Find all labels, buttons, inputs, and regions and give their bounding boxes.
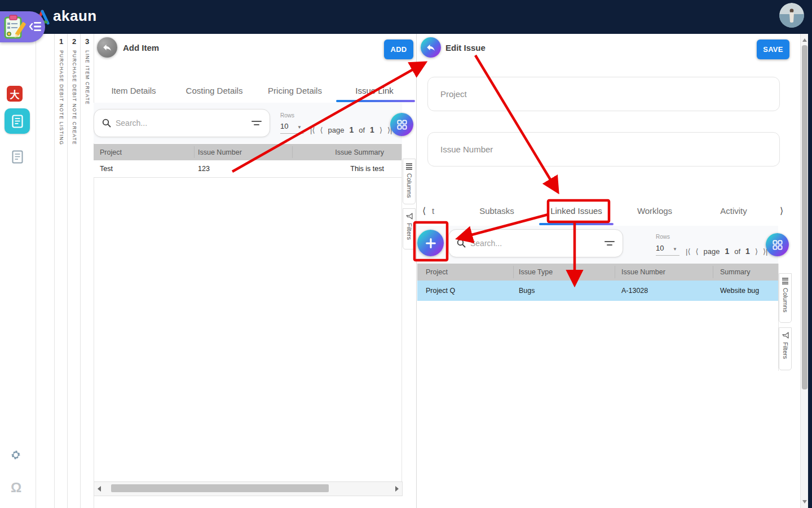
vertical-scrollbar[interactable]: [800, 34, 809, 508]
cell-project: Project Q: [426, 287, 455, 295]
col-issue-number: Issue Number: [198, 148, 242, 156]
active-tab-underline: [336, 100, 415, 102]
add-button[interactable]: ADD: [384, 40, 413, 59]
list-app-icon[interactable]: [11, 150, 24, 164]
project-field[interactable]: Project: [427, 77, 780, 111]
cell-summary: Website bug: [720, 287, 759, 295]
horizontal-scrollbar[interactable]: [94, 481, 403, 496]
linked-issues-search-input[interactable]: Search...: [448, 229, 623, 257]
tab-item-details[interactable]: Item Details: [111, 86, 156, 95]
scroll-left-icon[interactable]: [98, 486, 101, 492]
brand-name: akaun: [53, 7, 97, 25]
filters-label: Filters: [406, 223, 413, 240]
prev-page-button[interactable]: ⟨: [320, 126, 323, 134]
tab-worklogs[interactable]: Worklogs: [637, 206, 672, 216]
tabs-scroll-left-icon[interactable]: ⟨: [422, 205, 426, 216]
outline-list-icon: [11, 150, 24, 164]
workspace-tab-2[interactable]: 2 PURCHASE DEBIT NOTE CREATE: [67, 34, 81, 508]
invoice-app-icon[interactable]: [5, 108, 30, 134]
workspace-tab-label: PURCHASE DEBIT NOTE CREATE: [72, 50, 77, 145]
back-arrow-icon: [426, 42, 436, 52]
cell-project: Test: [100, 165, 113, 173]
scroll-up-icon[interactable]: [802, 38, 807, 42]
scroll-down-icon[interactable]: [802, 500, 807, 503]
issue-number-field[interactable]: Issue Number: [427, 132, 780, 167]
filters-side-tab[interactable]: Filters: [403, 208, 416, 249]
document-list-icon: [11, 115, 24, 128]
col-project: Project: [426, 268, 448, 276]
columns-side-tab[interactable]: Columns: [403, 159, 416, 204]
tab-costing-details[interactable]: Costing Details: [186, 86, 243, 95]
chevron-down-icon: ▼: [673, 247, 677, 252]
tab-partial[interactable]: t: [432, 206, 434, 216]
rows-value: 10: [280, 122, 288, 130]
back-button[interactable]: [97, 37, 117, 58]
filter-funnel-icon: [406, 213, 413, 220]
workspace-tab-1[interactable]: 1 PURCHASE DEBIT NOTE LISTING: [54, 34, 68, 508]
rows-per-page-select[interactable]: 10 ▼: [280, 121, 304, 134]
next-page-button[interactable]: ⟩: [755, 247, 758, 256]
issue-number-field-label: Issue Number: [440, 144, 493, 154]
tabs-scroll-right-icon[interactable]: ⟩: [780, 205, 783, 216]
module-launcher-pill[interactable]: [0, 11, 45, 42]
page-title: Add Item: [123, 43, 159, 52]
search-input[interactable]: Search...: [94, 109, 270, 137]
scroll-right-icon[interactable]: [395, 486, 399, 492]
da-app-icon[interactable]: 大: [7, 86, 23, 102]
plus-icon: [425, 237, 437, 249]
rows-label: Rows: [280, 112, 294, 119]
grid-view-button[interactable]: [390, 113, 413, 136]
collapse-menu-icon: [29, 21, 42, 32]
search-placeholder: Search...: [470, 239, 604, 248]
vertical-scrollbar-thumb[interactable]: [802, 45, 807, 389]
col-project: Project: [100, 148, 122, 156]
columns-label: Columns: [406, 173, 413, 198]
active-tab-underline-linked-issues: [539, 223, 614, 225]
tab-issue-link[interactable]: Issue Link: [355, 86, 394, 95]
pagination: |⟨ ⟨ page 1 of 1 ⟩ ⟩|: [310, 125, 392, 134]
da-glyph: 大: [10, 87, 20, 101]
first-page-button[interactable]: |⟨: [310, 126, 315, 134]
col-issue-summary: Issue Summary: [335, 148, 384, 156]
add-linked-issue-button[interactable]: [417, 230, 444, 256]
tab-activity[interactable]: Activity: [720, 206, 747, 216]
page-word: page: [328, 126, 345, 134]
workspace-tab-number: 2: [68, 37, 81, 46]
linked-issues-table-header: Project Issue Type Issue Number Summary: [417, 264, 778, 281]
rows-per-page-select[interactable]: 10 ▼: [656, 243, 679, 256]
save-button[interactable]: SAVE: [757, 40, 789, 59]
first-page-button[interactable]: |⟨: [686, 247, 690, 256]
user-profile-icon[interactable]: Ω: [11, 480, 21, 496]
search-placeholder: Search...: [116, 119, 251, 128]
grid-view-button[interactable]: [766, 233, 789, 256]
tab-pricing-details[interactable]: Pricing Details: [268, 86, 322, 95]
rows-label: Rows: [656, 234, 670, 240]
filter-funnel-icon: [782, 332, 789, 339]
page-word: page: [704, 247, 720, 256]
user-avatar[interactable]: [779, 3, 804, 28]
horizontal-scrollbar-thumb[interactable]: [111, 484, 329, 492]
filter-sort-icon[interactable]: [251, 121, 262, 125]
avatar-photo-icon: [779, 3, 804, 28]
linked-issue-row-selected[interactable]: Project Q Bugs A-13028 Website bug: [417, 281, 778, 301]
filter-sort-icon[interactable]: [604, 241, 615, 246]
prev-page-button[interactable]: ⟨: [695, 247, 698, 256]
page-number: 1: [725, 247, 729, 256]
page-number: 1: [349, 125, 354, 134]
tab-linked-issues[interactable]: Linked Issues: [550, 206, 602, 216]
workspace-tab-number: 1: [55, 37, 68, 46]
table-row[interactable]: Test 123 This is test: [94, 160, 401, 178]
panel-divider: [416, 34, 417, 508]
page-title-edit-issue: Edit Issue: [445, 43, 486, 52]
next-page-button[interactable]: ⟩: [379, 126, 382, 134]
back-button-edit-issue[interactable]: [421, 37, 441, 58]
tab-subtasks[interactable]: Subtasks: [479, 206, 514, 216]
filters-side-tab[interactable]: Filters: [779, 327, 792, 370]
pagination: |⟨ ⟨ page 1 of 1 ⟩ ⟩|: [686, 247, 767, 256]
of-word: of: [734, 247, 740, 256]
grid-icon: [397, 120, 407, 130]
columns-icon: [782, 278, 788, 284]
settings-gear-icon[interactable]: [10, 449, 22, 461]
workspace-tab-3[interactable]: 3 LINE ITEM CREATE: [80, 34, 94, 508]
columns-side-tab[interactable]: Columns: [779, 273, 792, 323]
